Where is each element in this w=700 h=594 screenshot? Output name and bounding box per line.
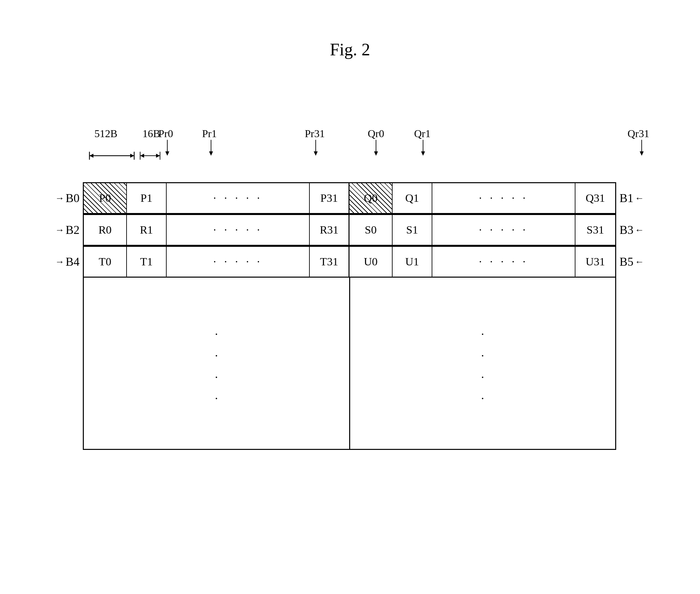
- vertical-dots-left: . . . .: [215, 320, 218, 406]
- svg-marker-13: [209, 152, 213, 156]
- bottom-right: . . . .: [350, 277, 615, 449]
- grid-outer: → B0 P0 P1 · · · · · P31: [43, 182, 656, 450]
- pr0-arrow: [162, 140, 172, 156]
- cell-t31: T31: [310, 247, 349, 276]
- svg-marker-19: [421, 152, 425, 156]
- label-512b: 512B: [94, 128, 117, 140]
- row-b2-b3: → B2 R0 R1 · · · · · R31: [43, 214, 656, 246]
- qr1-arrow: [418, 140, 428, 156]
- cell-p0: P0: [84, 183, 127, 213]
- cell-qdots: · · · · ·: [432, 183, 575, 213]
- svg-marker-1: [90, 154, 93, 158]
- svg-marker-7: [156, 154, 160, 158]
- pr31-arrow: [311, 140, 321, 156]
- left-label-b2: → B2: [43, 214, 83, 246]
- right-label-b3: B3 ←: [616, 214, 656, 246]
- cell-q31: Q31: [575, 183, 615, 213]
- qr31-arrow: [637, 140, 647, 156]
- label-qr31: Qr31: [628, 128, 649, 140]
- label-pr31: Pr31: [305, 128, 325, 140]
- diagram-container: 512B 16B Pr0 Pr1 Pr31 Qr0: [43, 126, 656, 450]
- cell-p1: P1: [127, 183, 167, 213]
- svg-marker-17: [374, 152, 378, 156]
- svg-marker-21: [640, 152, 644, 156]
- row-b0-b1: → B0 P0 P1 · · · · · P31: [43, 182, 656, 214]
- label-qr0: Qr0: [368, 128, 384, 140]
- cell-pdots: · · · · ·: [167, 183, 310, 213]
- cell-s31: S31: [575, 215, 615, 245]
- cell-t1: T1: [127, 247, 167, 276]
- right-label-b5: B5 ←: [616, 246, 656, 277]
- cell-tdots: · · · · ·: [167, 247, 310, 276]
- bottom-continuation: . . . . . . . .: [43, 277, 656, 450]
- cell-q0: Q0: [349, 183, 393, 213]
- label-qr1: Qr1: [414, 128, 431, 140]
- cell-p31: P31: [310, 183, 349, 213]
- qr0-arrow: [371, 140, 381, 156]
- cell-udots: · · · · ·: [432, 247, 575, 276]
- right-label-b1: B1 ←: [616, 182, 656, 214]
- svg-marker-15: [314, 152, 318, 156]
- bottom-left: . . . .: [84, 277, 350, 449]
- cell-t0: T0: [84, 247, 127, 276]
- svg-marker-6: [140, 154, 144, 158]
- cell-u1: U1: [393, 247, 432, 276]
- svg-marker-11: [165, 152, 169, 156]
- cell-sdots: · · · · ·: [432, 215, 575, 245]
- svg-marker-2: [130, 154, 134, 158]
- row-b4-b5: → B4 T0 T1 · · · · · T31: [43, 246, 656, 277]
- cell-r31: R31: [310, 215, 349, 245]
- cell-u0: U0: [349, 247, 393, 276]
- cell-u31: U31: [575, 247, 615, 276]
- figure-title: Fig. 2: [330, 40, 370, 59]
- annotation-16b-arrow: [138, 142, 165, 169]
- cell-r0: R0: [84, 215, 127, 245]
- cell-s0: S0: [349, 215, 393, 245]
- cell-q1: Q1: [393, 183, 432, 213]
- cell-r1: R1: [127, 215, 167, 245]
- label-pr1: Pr1: [202, 128, 216, 140]
- vertical-dots-right: . . . .: [481, 320, 484, 406]
- label-pr0: Pr0: [158, 128, 173, 140]
- label-16b: 16B: [142, 128, 160, 140]
- left-label-b4: → B4: [43, 246, 83, 277]
- left-label-b0: → B0: [43, 182, 83, 214]
- cell-rdots: · · · · ·: [167, 215, 310, 245]
- pr1-arrow: [206, 140, 216, 156]
- cell-s1: S1: [393, 215, 432, 245]
